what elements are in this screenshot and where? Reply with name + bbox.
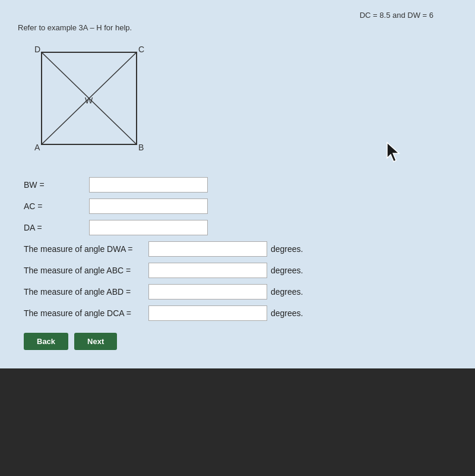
buttons-row: Back Next	[24, 333, 457, 350]
refer-text: Refer to example 3A – H for help.	[18, 23, 457, 32]
angle-abc-label: The measure of angle ABC =	[24, 266, 148, 275]
angle-abd-input[interactable]	[148, 284, 267, 300]
angle-abc-row: The measure of angle ABC = degrees.	[24, 263, 457, 278]
da-row: DA =	[24, 220, 457, 235]
bw-input[interactable]	[89, 177, 208, 193]
angle-abc-input[interactable]	[148, 263, 267, 278]
label-w: W	[85, 96, 93, 105]
angle-abd-degrees: degrees.	[271, 287, 303, 297]
bw-label: BW =	[24, 180, 89, 190]
ac-row: AC =	[24, 198, 457, 214]
angle-abd-row: The measure of angle ABD = degrees.	[24, 284, 457, 300]
angle-dca-degrees: degrees.	[271, 308, 303, 318]
ac-input[interactable]	[89, 198, 208, 214]
angle-dca-input[interactable]	[148, 305, 267, 321]
angle-abd-label: The measure of angle ABD =	[24, 287, 148, 297]
fields-section: BW = AC = DA = The measure of angle DWA …	[24, 177, 457, 321]
diagram-area: D C A B W	[24, 40, 457, 165]
angle-dwa-input[interactable]	[148, 241, 267, 257]
angle-abc-degrees: degrees.	[271, 266, 303, 275]
ac-label: AC =	[24, 201, 89, 211]
label-d: D	[34, 45, 40, 54]
angle-dca-label: The measure of angle DCA =	[24, 308, 148, 318]
label-c: C	[138, 45, 144, 54]
angle-dwa-degrees: degrees.	[271, 244, 303, 254]
next-button[interactable]: Next	[74, 333, 117, 350]
label-b: B	[138, 143, 144, 152]
da-label: DA =	[24, 223, 89, 232]
back-button[interactable]: Back	[24, 333, 68, 350]
angle-dwa-row: The measure of angle DWA = degrees.	[24, 241, 457, 257]
header-info: DC = 8.5 and DW = 6	[18, 11, 457, 20]
da-input[interactable]	[89, 220, 208, 235]
angle-dca-row: The measure of angle DCA = degrees.	[24, 305, 457, 321]
geometry-diagram: D C A B W	[24, 40, 154, 165]
label-a: A	[34, 143, 40, 152]
bw-row: BW =	[24, 177, 457, 193]
page-container: DC = 8.5 and DW = 6 Refer to example 3A …	[0, 0, 475, 368]
dc-dw-values: DC = 8.5 and DW = 6	[360, 11, 433, 20]
angle-dwa-label: The measure of angle DWA =	[24, 244, 148, 254]
